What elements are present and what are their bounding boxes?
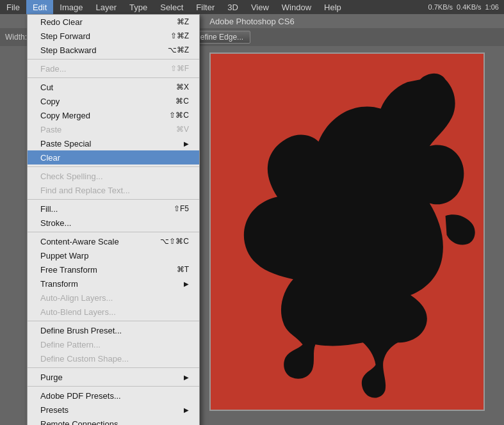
separator-3 [28,166,199,167]
menu-type[interactable]: Type [123,0,154,14]
separator-1 [28,59,199,60]
menu-item-remote-connections[interactable]: Remote Connections... [28,417,199,425]
menu-item-step-backward[interactable]: Step Backward ⌥⌘Z [28,43,199,57]
separator-8 [28,386,199,387]
menu-item-define-shape[interactable]: Define Custom Shape... [28,351,199,365]
menu-item-copy-merged[interactable]: Copy Merged ⇧⌘C [28,108,199,122]
menu-3d[interactable]: 3D [221,0,245,14]
menu-item-cut[interactable]: Cut ⌘X [28,80,199,94]
menu-item-define-brush[interactable]: Define Brush Preset... [28,323,199,337]
menu-item-step-forward[interactable]: Step Forward ⇧⌘Z [28,29,199,43]
menu-item-stroke[interactable]: Stroke... [28,216,199,230]
menu-item-define-pattern[interactable]: Define Pattern... [28,337,199,351]
clock: 1:06 [485,3,499,11]
menu-item-transform[interactable]: Transform ▶ [28,277,199,291]
menu-item-check-spelling[interactable]: Check Spelling... [28,169,199,183]
menu-window[interactable]: Window [275,0,318,14]
menu-item-paste-special[interactable]: Paste Special ▶ [28,136,199,150]
menu-item-redo-clear[interactable]: Redo Clear ⌘Z [28,15,199,29]
menu-edit[interactable]: Edit [26,0,53,14]
app-title: Adobe Photoshop CS6 [209,17,294,26]
menu-item-clear[interactable]: Clear [28,150,199,164]
menu-item-purge[interactable]: Purge ▶ [28,370,199,384]
menu-item-auto-align[interactable]: Auto-Align Layers... [28,291,199,305]
menu-item-copy[interactable]: Copy ⌘C [28,94,199,108]
menu-item-fill[interactable]: Fill... ⇧F5 [28,202,199,216]
menu-help[interactable]: Help [318,0,348,14]
edit-dropdown-menu: Redo Clear ⌘Z Step Forward ⇧⌘Z Step Back… [27,14,200,425]
network-speed2: 0.4KB/s [457,3,482,11]
status-bar: 0.7KB/s 0.4KB/s 1:06 [428,3,504,11]
menu-file[interactable]: File [0,0,26,14]
menu-item-free-transform[interactable]: Free Transform ⌘T [28,262,199,277]
menu-item-pdf-presets[interactable]: Adobe PDF Presets... [28,389,199,403]
separator-6 [28,321,199,321]
menu-select[interactable]: Select [154,0,190,14]
menu-item-content-aware-scale[interactable]: Content-Aware Scale ⌥⇧⌘C [28,234,199,248]
separator-7 [28,367,199,368]
menu-item-find-replace[interactable]: Find and Replace Text... [28,183,199,197]
separator-4 [28,199,199,200]
separator-5 [28,232,199,232]
menu-view[interactable]: View [245,0,275,14]
menu-item-paste[interactable]: Paste ⌘V [28,122,199,136]
menu-bar: File Edit Image Layer Type Select Filter… [0,0,504,14]
menu-item-puppet-warp[interactable]: Puppet Warp [28,248,199,262]
menu-image[interactable]: Image [53,0,89,14]
menu-layer[interactable]: Layer [90,0,124,14]
width-label: Width: [5,33,27,42]
network-speed: 0.7KB/s [428,3,453,11]
menu-item-fade[interactable]: Fade... ⇧⌘F [28,61,199,76]
separator-2 [28,77,199,78]
canvas [209,52,485,411]
menu-item-auto-blend[interactable]: Auto-Blend Layers... [28,305,199,319]
menu-filter[interactable]: Filter [190,0,221,14]
menu-item-presets[interactable]: Presets ▶ [28,403,199,417]
